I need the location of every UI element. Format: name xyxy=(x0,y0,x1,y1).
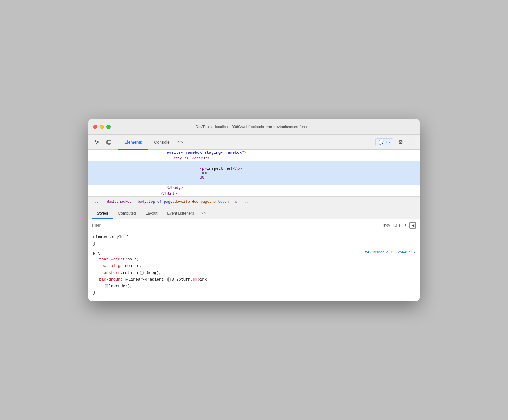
css-property-line: text-align : center; xyxy=(93,263,415,269)
hov-button[interactable]: :hov xyxy=(382,223,391,228)
badge-count: 15 xyxy=(386,140,390,144)
css-selector-line: element.style { xyxy=(93,234,415,240)
styles-tabs: Styles Computed Layout Event Listeners >… xyxy=(88,207,420,219)
add-style-button[interactable]: + xyxy=(404,222,407,228)
tab-computed[interactable]: Computed xyxy=(113,207,141,219)
css-close-brace: } xyxy=(93,290,96,295)
html-text: Inspect me! xyxy=(207,166,233,171)
window-title: DevTools - localhost:8080/web/tools/chro… xyxy=(196,124,313,129)
tab-layout[interactable]: Layout xyxy=(141,207,162,219)
css-property-line: background : ▶ linear-gradient( 0.25turn… xyxy=(93,276,415,283)
breadcrumb: ... html.checkov body#top_of_page.devsit… xyxy=(88,196,420,207)
css-value[interactable]: bold; xyxy=(127,256,139,263)
tab-elements[interactable]: Elements xyxy=(118,135,148,150)
device-icon[interactable] xyxy=(104,137,114,147)
css-panel: element.style { } p { f429d9ecc6c…2232b6… xyxy=(88,231,420,301)
css-angle-value: -5deg); xyxy=(145,270,161,276)
css-property[interactable]: font-weight xyxy=(99,256,125,263)
more-options-button[interactable]: ⋮ xyxy=(408,139,416,146)
html-line: <style>…</style> xyxy=(88,155,420,161)
css-selector: p { xyxy=(93,249,100,256)
css-close-line: } xyxy=(93,290,415,296)
traffic-lights xyxy=(93,125,111,129)
css-property-continuation: lavender); xyxy=(93,283,415,290)
close-button[interactable] xyxy=(93,125,97,129)
ellipsis: ... xyxy=(93,171,100,175)
breadcrumb-more[interactable]: ... xyxy=(242,200,249,204)
html-line: </html> xyxy=(88,191,420,196)
html-panel: evsite-framebox staging-framebox"> <styl… xyxy=(88,150,420,196)
html-close-tag: </p> xyxy=(233,166,242,171)
element-style-rule: element.style { } xyxy=(93,234,415,247)
chat-icon: 💬 xyxy=(379,140,384,145)
sidebar-icon: ◀ xyxy=(412,223,414,227)
css-value[interactable]: center; xyxy=(125,263,142,269)
breadcrumb-c[interactable]: c xyxy=(235,200,237,204)
selected-html-line[interactable]: ... <p>Inspect me!</p> == $0 xyxy=(88,161,420,185)
css-value: linear-gradient( xyxy=(129,276,166,283)
titlebar: DevTools - localhost:8080/web/tools/chro… xyxy=(88,119,420,135)
tab-event-listeners[interactable]: Event Listeners xyxy=(162,207,199,219)
minimize-button[interactable] xyxy=(100,125,104,129)
devtools-toolbar: Elements Console >> 💬 15 ⚙ ⋮ xyxy=(88,135,420,150)
css-selector-line: p { f429d9ecc6c…2232b642:16 xyxy=(93,249,415,256)
html-line: evsite-framebox staging-framebox"> xyxy=(88,150,420,155)
toggle-sidebar-button[interactable]: ◀ xyxy=(409,222,416,229)
css-color-name: pink, xyxy=(198,276,209,283)
css-close-brace: } xyxy=(93,241,96,246)
inspect-icon[interactable] xyxy=(92,137,102,147)
color-swatch-lavender[interactable] xyxy=(105,284,108,288)
css-property[interactable]: background xyxy=(99,276,123,283)
color-swatch-pink[interactable] xyxy=(193,278,197,281)
more-tabs-button[interactable]: >> xyxy=(176,137,185,147)
settings-button[interactable]: ⚙ xyxy=(396,137,405,147)
equals-sign: == xyxy=(200,171,209,175)
css-property[interactable]: text-align xyxy=(99,263,123,269)
maximize-button[interactable] xyxy=(106,125,111,129)
css-value: rotate( xyxy=(123,270,139,276)
svg-rect-0 xyxy=(107,141,111,144)
tab-console[interactable]: Console xyxy=(148,135,175,150)
css-lavender-value: lavender); xyxy=(109,283,132,290)
css-gradient-value: 0.25turn, xyxy=(171,276,193,283)
expand-icon[interactable]: ▶ xyxy=(126,276,128,283)
breadcrumb-body[interactable]: body#top_of_page.devsite-doc-page.no-tou… xyxy=(138,200,229,204)
html-line: </body> xyxy=(88,185,420,191)
filter-bar: :hov .cls + ◀ xyxy=(88,219,420,231)
more-style-tabs[interactable]: >> xyxy=(199,207,208,219)
dom-variable: $0 xyxy=(200,175,205,180)
cls-button[interactable]: .cls xyxy=(394,223,401,228)
css-property-line: transform : rotate( -5deg); xyxy=(93,270,415,276)
gradient-icon[interactable] xyxy=(167,277,171,282)
html-content: <style>…</style> xyxy=(173,156,210,161)
dots-icon: ⋮ xyxy=(409,139,415,146)
html-tag: <p> xyxy=(200,166,207,171)
devtools-window: DevTools - localhost:8080/web/tools/chro… xyxy=(88,119,420,301)
tab-styles[interactable]: Styles xyxy=(92,207,113,219)
issues-badge[interactable]: 💬 15 xyxy=(375,138,393,146)
css-source-link[interactable]: f429d9ecc6c…2232b642:16 xyxy=(365,249,415,256)
main-tabs: Elements Console >> xyxy=(118,135,185,150)
css-close-line: } xyxy=(93,240,415,247)
css-property-line: font-weight : bold; xyxy=(93,256,415,263)
filter-input[interactable] xyxy=(92,223,380,227)
breadcrumb-html[interactable]: html.checkov xyxy=(106,200,132,204)
angle-icon[interactable] xyxy=(140,271,144,275)
p-rule: p { f429d9ecc6c…2232b642:16 font-weight … xyxy=(93,249,415,296)
css-selector: element.style { xyxy=(93,235,128,239)
gear-icon: ⚙ xyxy=(398,139,403,146)
breadcrumb-dots: ... xyxy=(92,200,99,204)
css-property[interactable]: transform xyxy=(99,270,120,276)
html-content: evsite-framebox staging-framebox"> xyxy=(167,150,246,155)
html-content: </html> xyxy=(161,191,177,196)
html-content: </body> xyxy=(167,186,183,190)
